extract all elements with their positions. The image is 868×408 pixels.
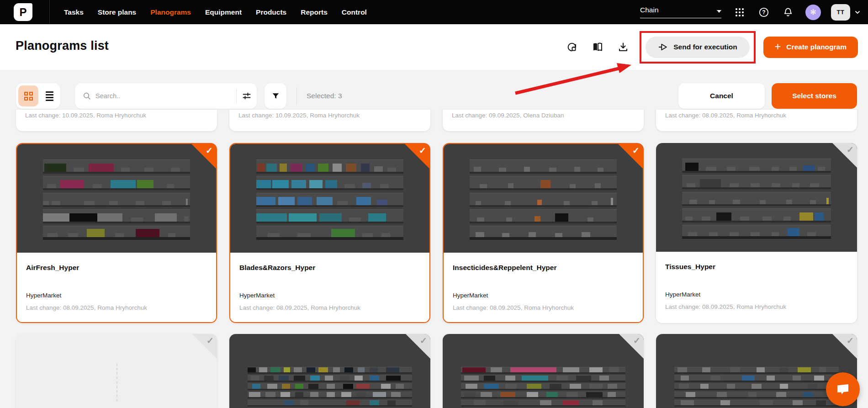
top-navigation-bar: P Tasks Store plans Planograms Equipment… xyxy=(0,0,868,24)
compare-icon[interactable] xyxy=(591,41,603,53)
checkmark-icon[interactable]: ✓ xyxy=(847,335,854,346)
planogram-card-tissues[interactable]: ✓ Tissues_Hyper HyperMarket Last change:… xyxy=(656,143,857,323)
annotation-highlight-box: Send for execution xyxy=(640,31,756,64)
planogram-thumbnail: ✓ xyxy=(656,143,857,252)
list-view-button[interactable] xyxy=(41,85,58,106)
app-logo[interactable]: P xyxy=(14,3,32,21)
planogram-title: Insecticides&Reppelent_Hyper xyxy=(453,264,556,272)
apps-grid-icon[interactable] xyxy=(734,6,746,18)
send-for-execution-label: Send for execution xyxy=(673,43,737,51)
checkmark-icon[interactable]: ✓ xyxy=(206,145,213,156)
svg-text:?: ? xyxy=(762,9,765,16)
page-title: Planograms list xyxy=(16,39,109,53)
last-change-label: Last change: 08.09.2025, Roma Hryhorchuk xyxy=(453,304,574,311)
planogram-card-partial-bottom[interactable]: ✓ xyxy=(16,334,217,408)
empty-planogram-guide xyxy=(116,363,117,402)
view-mode-toggle xyxy=(16,83,60,109)
planogram-card-partial[interactable]: Last change: 10.09.2025, Roma Hryhorchuk xyxy=(16,110,217,131)
last-change-label: Last change: 09.09.2025, Olena Dziuban xyxy=(452,112,644,119)
send-for-execution-button[interactable]: Send for execution xyxy=(646,37,750,58)
app-logo-letter: P xyxy=(19,6,26,19)
planogram-format: HyperMarket xyxy=(239,292,275,299)
search-box xyxy=(75,83,257,109)
planogram-shelves xyxy=(470,159,617,240)
planogram-card-insecticides[interactable]: ✓ Insecticides&Reppelent_Hyper HyperMark… xyxy=(443,143,644,323)
checkmark-icon[interactable]: ✓ xyxy=(632,145,640,156)
planogram-thumbnail-empty: ✓ xyxy=(16,334,217,408)
user-initials: TT xyxy=(837,9,845,16)
nav-item-store-plans[interactable]: Store plans xyxy=(98,8,136,16)
checkmark-icon[interactable]: ✓ xyxy=(206,335,214,346)
list-toolbar: Selected: 3 Cancel Select stores xyxy=(16,83,857,109)
card-info: AirFresh_Hyper HyperMarket Last change: … xyxy=(17,253,216,323)
checkmark-icon[interactable]: ✓ xyxy=(633,335,640,346)
planogram-card-partial-bottom[interactable]: ✓ xyxy=(229,334,430,408)
user-menu-chevron-icon[interactable] xyxy=(854,9,861,16)
planogram-shelves xyxy=(256,159,404,240)
last-change-label: Last change: 10.09.2025, Roma Hryhorchuk xyxy=(25,112,217,119)
chain-select[interactable]: Chain xyxy=(640,6,721,18)
plus-icon: + xyxy=(775,42,781,52)
planogram-title: Blades&Razors_Hyper xyxy=(239,264,315,272)
send-icon xyxy=(658,42,668,52)
user-avatar[interactable]: TT xyxy=(831,4,850,21)
planogram-card-partial-bottom[interactable]: ✓ xyxy=(443,334,644,408)
planogram-thumbnail: ✓ xyxy=(230,144,429,253)
last-change-label: Last change: 08.09.2025, Roma Hryhorchuk xyxy=(665,112,857,119)
planogram-card-partial[interactable]: Last change: 08.09.2025, Roma Hryhorchuk xyxy=(656,110,857,131)
nav-item-reports[interactable]: Reports xyxy=(301,8,328,16)
planogram-shelves xyxy=(43,159,191,240)
main-nav: Tasks Store plans Planograms Equipment P… xyxy=(64,8,367,16)
planogram-card-partial[interactable]: Last change: 09.09.2025, Olena Dziuban xyxy=(443,110,644,131)
download-icon[interactable] xyxy=(617,41,629,53)
filter-funnel-button[interactable] xyxy=(265,83,286,109)
help-icon[interactable]: ? xyxy=(758,6,770,18)
nav-item-control[interactable]: Control xyxy=(342,8,367,16)
planogram-card-partial-bottom[interactable]: ✓ xyxy=(656,334,857,408)
page-header: Planograms list Send for execution + Cre… xyxy=(0,24,868,70)
planogram-format: HyperMarket xyxy=(453,292,488,299)
planogram-card-airfresh[interactable]: ✓ AirFresh_Hyper HyperMarket Last change… xyxy=(16,143,217,323)
last-change-label: Last change: 08.09.2025, Roma Hryhorchuk xyxy=(239,304,360,311)
select-stores-button[interactable]: Select stores xyxy=(772,83,857,109)
planogram-format: HyperMarket xyxy=(26,292,61,299)
last-change-label: Last change: 10.09.2025, Roma Hryhorchuk xyxy=(238,112,430,119)
checkmark-icon[interactable]: ✓ xyxy=(420,335,427,346)
planogram-card-partial[interactable]: Last change: 10.09.2025, Roma Hryhorchuk xyxy=(229,110,430,131)
planogram-thumbnail: ✓ xyxy=(229,334,430,408)
last-change-label: Last change: 08.09.2025, Roma Hryhorchuk xyxy=(26,304,147,311)
funnel-icon xyxy=(271,92,280,101)
chat-bubble-icon xyxy=(835,381,851,397)
planogram-shelves xyxy=(682,159,831,239)
chain-select-value: Chain xyxy=(640,6,659,14)
card-info: Tissues_Hyper HyperMarket Last change: 0… xyxy=(656,252,857,323)
planogram-title: Tissues_Hyper xyxy=(665,263,715,271)
create-planogram-button[interactable]: + Create planogram xyxy=(763,37,858,58)
nav-item-equipment[interactable]: Equipment xyxy=(205,8,242,16)
update-icon[interactable] xyxy=(566,41,578,53)
chevron-down-icon xyxy=(717,10,721,13)
nav-item-planograms[interactable]: Planograms xyxy=(150,8,191,16)
toolbar-divider xyxy=(296,87,297,105)
planogram-thumbnail: ✓ xyxy=(443,334,644,408)
tune-filters-icon[interactable] xyxy=(242,91,251,101)
nav-item-products[interactable]: Products xyxy=(256,8,286,16)
planogram-thumbnail: ✓ xyxy=(656,334,857,408)
planogram-format: HyperMarket xyxy=(665,291,700,298)
create-planogram-label: Create planogram xyxy=(786,43,847,51)
planogram-title: AirFresh_Hyper xyxy=(26,264,79,272)
search-input[interactable] xyxy=(95,92,233,100)
checkmark-icon[interactable]: ✓ xyxy=(419,145,426,156)
nav-item-tasks[interactable]: Tasks xyxy=(64,8,84,16)
grid-view-button[interactable] xyxy=(18,85,38,106)
cancel-button[interactable]: Cancel xyxy=(678,83,765,109)
chat-widget-button[interactable] xyxy=(826,372,860,406)
last-change-label: Last change: 08.09.2025, Roma Hryhorchuk xyxy=(665,303,786,310)
assistant-avatar-icon[interactable]: ✻ xyxy=(805,5,821,20)
notifications-bell-icon[interactable] xyxy=(782,6,794,18)
checkmark-icon[interactable]: ✓ xyxy=(847,144,854,155)
search-divider xyxy=(236,89,237,103)
topbar-right-cluster: Chain ? ✻ TT xyxy=(640,4,868,21)
planogram-shelves xyxy=(248,367,413,407)
planogram-card-blades-razors[interactable]: ✓ Blades&Razors_Hyper HyperMarket Last c… xyxy=(229,143,430,323)
